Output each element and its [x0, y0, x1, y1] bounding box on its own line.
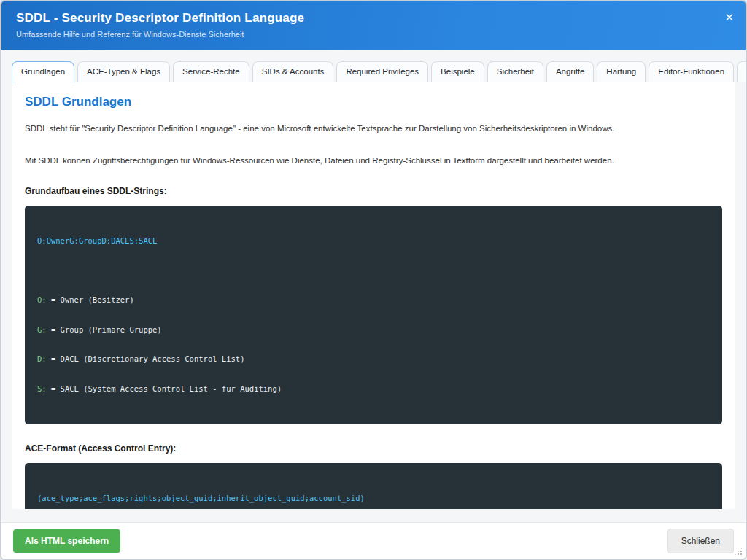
code-line: D: = DACL (Discretionary Access Control … [37, 354, 710, 365]
tab-beispiele[interactable]: Beispiele [431, 61, 484, 82]
tab-haertung[interactable]: Härtung [597, 61, 646, 82]
code-line: G: = Group (Primäre Gruppe) [37, 325, 710, 335]
code-block-sddl-structure: O:OwnerG:GroupD:DACLS:SACL O: = Owner (B… [25, 206, 722, 424]
code-key: D: [37, 354, 47, 363]
dialog-header: SDDL - Security Descriptor Definition La… [1, 1, 746, 50]
main-area: Grundlagen ACE-Typen & Flags Service-Rec… [1, 50, 746, 522]
code-blank-line [37, 266, 710, 276]
intro-paragraph-1: SDDL steht für "Security Descriptor Defi… [25, 122, 722, 135]
dialog-footer: Als HTML speichern Schließen [1, 522, 746, 559]
code-line: O:OwnerG:GroupD:DACLS:SACL [37, 236, 710, 246]
code-text: = SACL (System Access Control List - für… [47, 384, 282, 393]
tab-sids-accounts[interactable]: SIDs & Accounts [252, 61, 334, 82]
code-text: = Group (Primäre Gruppe) [47, 325, 162, 334]
code-line: S: = SACL (System Access Control List - … [37, 384, 710, 394]
dialog-title: SDDL - Security Descriptor Definition La… [16, 11, 731, 26]
tab-ace-typen-flags[interactable]: ACE-Typen & Flags [77, 61, 170, 82]
tab-bar: Grundlagen ACE-Typen & Flags Service-Rec… [12, 61, 735, 82]
tab-content-panel: SDDL Grundlagen SDDL steht für "Security… [12, 82, 735, 509]
code-text: = Owner (Besitzer) [47, 295, 134, 304]
tab-angriffe[interactable]: Angriffe [546, 61, 594, 82]
code-line: O: = Owner (Besitzer) [37, 295, 710, 306]
tab-geschuetzte-dienste[interactable]: Geschützte Dienste [737, 61, 746, 82]
save-html-button[interactable]: Als HTML speichern [13, 529, 120, 553]
tab-editor-funktionen[interactable]: Editor-Funktionen [649, 61, 734, 82]
code-key: O: [37, 295, 47, 304]
ace-syntax-string: (ace_type;ace_flags;rights;object_guid;i… [37, 494, 365, 502]
close-button[interactable]: Schließen [667, 529, 734, 553]
tab-required-privileges[interactable]: Required Privileges [336, 61, 428, 82]
code-block-ace-format: (ace_type;ace_flags;rights;object_guid;i… [25, 463, 722, 509]
code-line: (ace_type;ace_flags;rights;object_guid;i… [37, 494, 710, 504]
code-key: S: [37, 384, 47, 393]
code-key: G: [37, 325, 47, 334]
tab-service-rechte[interactable]: Service-Rechte [173, 61, 249, 82]
tab-grundlagen[interactable]: Grundlagen [12, 61, 74, 83]
section-title-ace-format: ACE-Format (Access Control Entry): [25, 443, 722, 454]
sddl-help-dialog: SDDL - Security Descriptor Definition La… [0, 0, 747, 560]
code-text: = DACL (Discretionary Access Control Lis… [47, 354, 245, 363]
close-icon[interactable]: ✕ [724, 12, 734, 23]
dialog-subtitle: Umfassende Hilfe und Referenz für Window… [16, 30, 731, 39]
page-title: SDDL Grundlagen [25, 95, 722, 109]
intro-paragraph-2: Mit SDDL können Zugriffsberechtigungen f… [25, 155, 722, 167]
tab-sicherheit[interactable]: Sicherheit [487, 61, 543, 82]
sddl-syntax-string: O:OwnerG:GroupD:DACLS:SACL [37, 236, 157, 245]
section-title-sddl-structure: Grundaufbau eines SDDL-Strings: [25, 186, 722, 196]
